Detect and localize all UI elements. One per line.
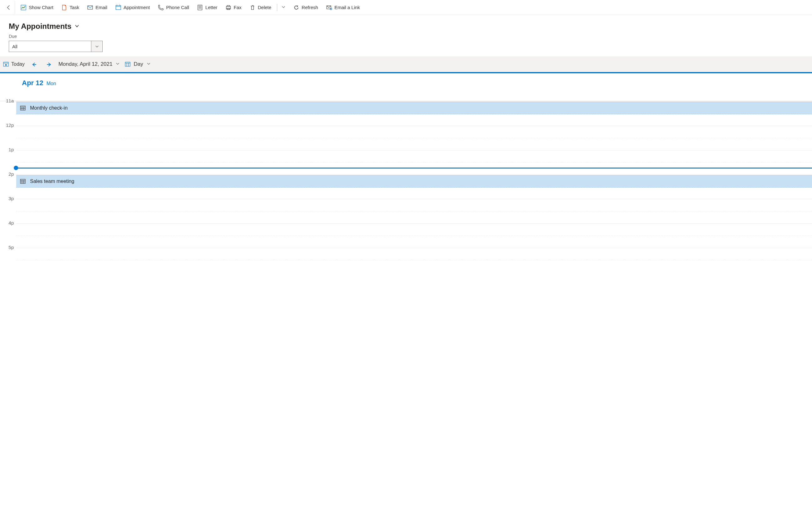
today-label: Today	[11, 61, 25, 67]
chevron-down-icon	[281, 5, 287, 10]
calendar-icon	[115, 5, 121, 10]
chevron-down-icon	[91, 41, 102, 52]
appointment-button[interactable]: Appointment	[112, 3, 154, 12]
fax-button[interactable]: Fax	[222, 3, 245, 12]
today-button[interactable]: Today	[3, 61, 25, 67]
hour-line	[16, 126, 812, 126]
email-link-button[interactable]: Email a Link	[323, 3, 364, 12]
calendar-today-icon	[3, 61, 9, 67]
overflow-button[interactable]	[279, 2, 289, 13]
phone-call-button[interactable]: Phone Call	[154, 3, 193, 12]
hour-label: 12p	[0, 123, 14, 128]
appointment-title: Sales team meeting	[30, 179, 74, 184]
chevron-down-icon	[115, 61, 121, 67]
svg-rect-27	[20, 179, 25, 184]
arrow | arrow-right-icon	[46, 61, 52, 67]
chevron-down-icon	[74, 24, 80, 29]
hour-row[interactable]: 5p	[0, 248, 812, 272]
hour-line	[16, 101, 812, 101]
svg-rect-18	[125, 62, 130, 66]
calendar-region: Apr 12 Mon 11a 12p 1p 2p 3p 4p 5p Monthl…	[0, 73, 812, 272]
day-header: Apr 12 Mon	[0, 73, 812, 101]
delete-label: Delete	[258, 5, 271, 10]
calendar-grid-icon	[125, 61, 130, 67]
svg-rect-22	[20, 106, 25, 110]
svg-rect-2	[116, 5, 121, 10]
refresh-label: Refresh	[302, 5, 318, 10]
hour-row[interactable]: 3p	[0, 199, 812, 223]
hour-row[interactable]: 1p	[0, 150, 812, 175]
half-hour-line	[16, 138, 812, 138]
hour-row[interactable]: 12p	[0, 126, 812, 150]
arrow-left-icon	[31, 61, 37, 67]
view-mode-picker[interactable]: Day	[125, 61, 152, 67]
toolbar-separator	[277, 4, 277, 11]
svg-rect-6	[198, 5, 202, 10]
show-chart-button[interactable]: Show Chart	[17, 3, 57, 12]
view-selector[interactable]: My Appointments	[9, 22, 803, 31]
email-icon	[87, 5, 93, 10]
svg-rect-11	[227, 5, 230, 6]
half-hour-line	[16, 211, 812, 211]
day-header-dow: Mon	[46, 81, 56, 86]
hour-line	[16, 199, 812, 199]
phone-icon	[158, 5, 164, 10]
appointment-title: Monthly check-in	[30, 105, 68, 111]
calendar-nav-bar: Today Monday, April 12, 2021 Day	[0, 56, 812, 73]
task-label: Task	[70, 5, 79, 10]
hour-label: 5p	[0, 245, 14, 250]
hour-label: 3p	[0, 196, 14, 201]
email-button[interactable]: Email	[84, 3, 111, 12]
calendar-icon	[20, 179, 26, 184]
current-time-dot	[14, 166, 18, 170]
half-hour-line	[16, 236, 812, 236]
due-filter-select[interactable]: All	[9, 41, 103, 52]
email-link-icon	[327, 5, 332, 10]
letter-label: Letter	[205, 5, 217, 10]
calendar-icon	[20, 105, 26, 111]
due-filter-value: All	[9, 44, 21, 49]
hour-label: 4p	[0, 220, 14, 225]
task-icon	[61, 5, 67, 10]
next-button[interactable]	[43, 59, 55, 70]
email-label: Email	[96, 5, 107, 10]
view-mode-text: Day	[134, 61, 143, 67]
fax-label: Fax	[234, 5, 242, 10]
prev-button[interactable]	[28, 59, 40, 70]
half-hour-line	[16, 162, 812, 163]
hour-line	[16, 150, 812, 150]
hour-row[interactable]: 4p	[0, 223, 812, 248]
date-text: Monday, April 12, 2021	[59, 61, 113, 67]
fax-icon	[226, 5, 231, 10]
arrow-left-icon	[6, 5, 12, 10]
task-button[interactable]: Task	[58, 3, 83, 12]
letter-button[interactable]: Letter	[193, 3, 221, 12]
phone-call-label: Phone Call	[166, 5, 189, 10]
view-header: My Appointments	[0, 15, 812, 34]
filter-region: Due All	[0, 34, 812, 56]
hour-label: 1p	[0, 147, 14, 152]
hour-label: 11a	[0, 98, 14, 103]
command-bar: Show Chart Task Email Appointment Phone …	[0, 0, 812, 15]
chevron-down-icon	[146, 61, 152, 67]
current-time-line	[15, 168, 812, 168]
email-link-label: Email a Link	[334, 5, 360, 10]
filter-label: Due	[9, 34, 803, 39]
letter-icon	[197, 5, 203, 10]
date-picker[interactable]: Monday, April 12, 2021	[59, 61, 121, 67]
trash-icon	[250, 5, 255, 10]
show-chart-label: Show Chart	[29, 5, 53, 10]
svg-rect-17	[5, 64, 7, 66]
appointment[interactable]: Sales team meeting	[16, 175, 812, 187]
refresh-button[interactable]: Refresh	[290, 3, 322, 12]
view-title-text: My Appointments	[9, 22, 71, 31]
delete-button[interactable]: Delete	[246, 3, 275, 12]
chart-icon	[21, 5, 26, 10]
appointment-label: Appointment	[124, 5, 150, 10]
back-button[interactable]	[2, 1, 15, 14]
half-hour-line	[16, 260, 812, 260]
refresh-icon	[293, 5, 299, 10]
day-header-date: Apr 12	[22, 79, 43, 87]
time-grid[interactable]: 11a 12p 1p 2p 3p 4p 5p Monthly check-in	[0, 101, 812, 272]
appointment[interactable]: Monthly check-in	[16, 102, 812, 114]
